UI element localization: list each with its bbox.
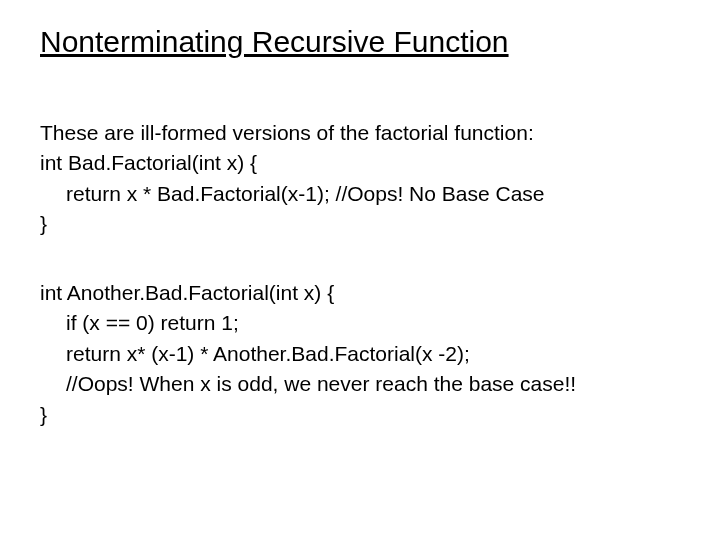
code-line: //Oops! When x is odd, we never reach th… — [40, 369, 680, 399]
code-line: } — [40, 209, 680, 239]
code-line: } — [40, 400, 680, 430]
page-title: Nonterminating Recursive Function — [40, 24, 680, 60]
code-block-2: int Another.Bad.Factorial(int x) { if (x… — [40, 278, 680, 430]
code-line: return x * Bad.Factorial(x-1); //Oops! N… — [40, 179, 680, 209]
slide-body: These are ill-formed versions of the fac… — [40, 118, 680, 430]
code-line: int Bad.Factorial(int x) { — [40, 148, 680, 178]
slide: Nonterminating Recursive Function These … — [0, 0, 720, 540]
intro-text: These are ill-formed versions of the fac… — [40, 118, 680, 148]
code-line: if (x == 0) return 1; — [40, 308, 680, 338]
code-line: int Another.Bad.Factorial(int x) { — [40, 278, 680, 308]
code-line: return x* (x-1) * Another.Bad.Factorial(… — [40, 339, 680, 369]
code-block-1: These are ill-formed versions of the fac… — [40, 118, 680, 240]
